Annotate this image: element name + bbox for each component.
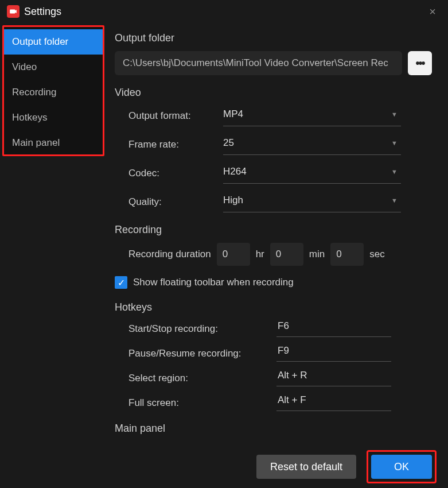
quality-dropdown[interactable]: High ▼ (223, 192, 401, 212)
sidebar-item-recording[interactable]: Recording (4, 80, 103, 105)
browse-button[interactable]: ••• (408, 51, 432, 75)
codec-label: Codec: (128, 168, 223, 179)
footer: Reset to default OK (0, 446, 448, 488)
hotkey-select-region-label: Select region: (128, 373, 276, 384)
sidebar-item-output-folder[interactable]: Output folder (4, 29, 103, 55)
output-format-dropdown[interactable]: MP4 ▼ (223, 106, 401, 126)
frame-rate-label: Frame rate: (128, 139, 223, 150)
hotkey-select-region-input[interactable]: Alt + R (276, 370, 391, 386)
show-toolbar-checkbox[interactable]: ✓ (115, 276, 127, 289)
min-input[interactable] (270, 243, 303, 266)
window-title: Settings (24, 6, 424, 18)
section-title-main-panel: Main panel (115, 423, 432, 435)
sidebar-item-label: Output folder (12, 36, 68, 48)
sidebar-item-label: Video (12, 61, 37, 73)
ok-button-highlight: OK (367, 450, 437, 483)
quality-label: Quality: (128, 196, 223, 208)
output-format-label: Output format: (128, 110, 223, 122)
chevron-down-icon: ▼ (391, 168, 398, 175)
show-toolbar-label: Show floating toolbar when recording (133, 277, 294, 288)
sidebar-item-label: Hotkeys (12, 112, 47, 123)
settings-content: Output folder ••• Video Output format: M… (104, 23, 448, 446)
dropdown-value: 25 (223, 137, 234, 149)
chevron-down-icon: ▼ (391, 197, 398, 204)
ellipsis-icon: ••• (415, 57, 424, 70)
section-title-video: Video (115, 87, 432, 99)
app-record-icon (7, 5, 20, 18)
dropdown-value: H264 (223, 166, 247, 177)
hotkey-start-stop-label: Start/Stop recording: (128, 323, 276, 335)
sidebar-item-hotkeys[interactable]: Hotkeys (4, 105, 103, 130)
close-icon: × (429, 5, 436, 18)
ok-button[interactable]: OK (371, 455, 432, 479)
hotkey-pause-resume-input[interactable]: F9 (276, 345, 391, 362)
sec-unit: sec (369, 249, 384, 260)
sec-input[interactable] (330, 243, 364, 266)
recording-duration-label: Recording duration (128, 249, 211, 260)
frame-rate-dropdown[interactable]: 25 ▼ (223, 134, 401, 155)
hr-unit: hr (256, 249, 264, 260)
section-title-output: Output folder (115, 32, 432, 44)
title-bar: Settings × (0, 0, 448, 23)
hotkey-start-stop-input[interactable]: F6 (276, 320, 391, 337)
sidebar-item-label: Main panel (12, 137, 60, 149)
hotkey-full-screen-input[interactable]: Alt + F (276, 394, 391, 411)
codec-dropdown[interactable]: H264 ▼ (223, 163, 401, 184)
sidebar: Output folder Video Recording Hotkeys Ma… (2, 25, 104, 156)
hotkey-full-screen-label: Full screen: (128, 397, 276, 409)
section-title-hotkeys: Hotkeys (115, 301, 432, 313)
dropdown-value: High (223, 195, 243, 206)
sidebar-item-video[interactable]: Video (4, 55, 103, 80)
min-unit: min (309, 249, 325, 260)
hotkey-pause-resume-label: Pause/Resume recording: (128, 348, 276, 359)
chevron-down-icon: ▼ (391, 111, 398, 118)
output-folder-input[interactable] (115, 51, 402, 75)
section-title-recording: Recording (115, 224, 432, 236)
check-icon: ✓ (118, 277, 125, 288)
sidebar-item-label: Recording (12, 87, 57, 98)
dropdown-value: MP4 (223, 109, 243, 120)
reset-to-default-button[interactable]: Reset to default (256, 455, 356, 479)
hr-input[interactable] (217, 243, 250, 266)
close-button[interactable]: × (424, 3, 441, 20)
sidebar-item-main-panel[interactable]: Main panel (4, 130, 103, 156)
chevron-down-icon: ▼ (391, 140, 398, 146)
